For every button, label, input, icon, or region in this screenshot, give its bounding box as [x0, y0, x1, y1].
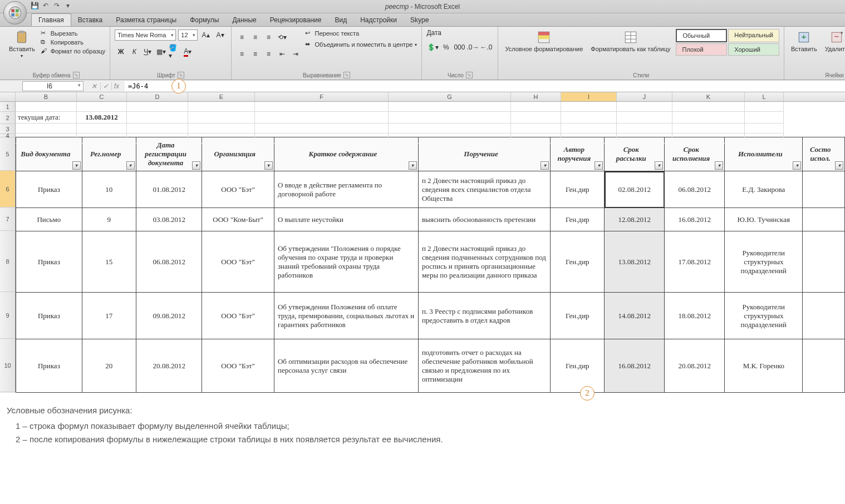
table-cell[interactable]: О выплате неустойки — [274, 208, 418, 231]
table-cell[interactable]: Руководители структурных подразделений — [725, 293, 803, 339]
tab-addins[interactable]: Надстройки — [353, 14, 404, 26]
table-cell[interactable]: выяснить обоснованность претензии — [418, 208, 550, 231]
table-cell[interactable] — [803, 171, 845, 208]
undo-icon[interactable]: ↶ — [41, 1, 50, 10]
tab-review[interactable]: Рецензирование — [263, 14, 328, 26]
table-header-cell[interactable]: Дата регистрации документа▾ — [136, 137, 202, 171]
table-cell[interactable]: 03.08.2012 — [136, 208, 202, 231]
filter-dropdown-icon[interactable]: ▾ — [655, 161, 663, 170]
table-cell[interactable]: 17 — [82, 293, 136, 339]
style-neutral[interactable]: Нейтральный — [728, 29, 779, 42]
table-cell[interactable]: 12.08.2012 — [605, 208, 665, 231]
percent-icon[interactable]: % — [440, 41, 452, 53]
table-cell[interactable]: Ю.Ю. Тучинская — [725, 208, 803, 231]
select-all-corner[interactable] — [0, 92, 16, 101]
table-cell[interactable]: 18.08.2012 — [665, 293, 725, 339]
cell-styles-gallery[interactable]: Обычный Нейтральный Плохой Хороший — [676, 29, 779, 56]
table-cell[interactable]: ООО "Бэт" — [202, 231, 274, 293]
table-cell[interactable]: ООО "Бэт" — [202, 171, 274, 208]
filter-dropdown-icon[interactable]: ▾ — [835, 161, 843, 170]
table-cell[interactable]: 20.08.2012 — [665, 339, 725, 393]
increase-decimal-icon[interactable]: .0→ — [466, 41, 479, 53]
qat-more-icon[interactable]: ▾ — [63, 1, 72, 10]
wrap-text-button[interactable]: ↩Перенос текста — [305, 29, 417, 38]
table-header-cell[interactable]: Исполнители▾ — [725, 137, 803, 171]
worksheet[interactable]: B C D E F G H I J K L 12345678910 текуща… — [0, 92, 845, 393]
indent-increase-icon[interactable]: ⇥ — [289, 48, 302, 60]
row-header[interactable]: 2 — [0, 112, 16, 124]
number-format-combo[interactable]: Дата — [426, 29, 493, 37]
table-cell[interactable]: О вводе в действие регламента по договор… — [274, 171, 418, 208]
table-cell[interactable]: п 2 Довести настоящий приказ до сведения… — [418, 171, 550, 208]
table-cell[interactable] — [803, 293, 845, 339]
format-as-table-button[interactable]: Форматировать как таблицу — [588, 29, 672, 53]
col-header[interactable]: B — [16, 92, 77, 101]
filter-dropdown-icon[interactable]: ▾ — [126, 161, 135, 170]
col-header[interactable]: H — [511, 92, 561, 101]
table-cell[interactable]: Ген.дир — [551, 339, 605, 393]
cut-button[interactable]: ✂Вырезать — [41, 29, 106, 38]
table-cell[interactable]: Приказ — [16, 339, 82, 393]
row-header[interactable]: 9 — [0, 292, 16, 339]
dialog-launcher-icon[interactable]: ↘ — [466, 72, 473, 78]
decrease-decimal-icon[interactable]: ←.0 — [480, 41, 492, 53]
filter-dropdown-icon[interactable]: ▾ — [595, 161, 603, 170]
col-header[interactable]: C — [77, 92, 127, 101]
table-cell[interactable]: п. 3 Реестр с подписями работников предо… — [418, 293, 550, 339]
cancel-entry-icon[interactable]: ✕ — [89, 82, 99, 90]
filter-dropdown-icon[interactable]: ▾ — [715, 161, 723, 170]
table-header-cell[interactable]: Срок рассылки▾ — [605, 137, 665, 171]
table-row[interactable]: Приказ2020.08.2012ООО "Бэт"Об оптимизаци… — [16, 339, 845, 393]
table-cell[interactable]: 9 — [82, 208, 136, 231]
table-header-cell[interactable]: Рег.номер▾ — [82, 137, 136, 171]
table-cell[interactable]: 06.08.2012 — [136, 231, 202, 293]
align-bottom-icon[interactable]: ≡ — [263, 31, 275, 43]
table-header-cell[interactable]: Срок исполнения▾ — [665, 137, 725, 171]
table-cell[interactable]: Приказ — [16, 293, 82, 339]
table-header-cell[interactable]: Организация▾ — [202, 137, 274, 171]
table-cell[interactable] — [803, 208, 845, 231]
underline-button[interactable]: Ч▾ — [141, 46, 154, 58]
currency-icon[interactable]: 💲▾ — [426, 41, 439, 53]
table-cell[interactable]: 16.08.2012 — [665, 208, 725, 231]
row-3[interactable] — [16, 123, 845, 134]
table-cell[interactable]: Об утверждении Положения об оплате труда… — [274, 293, 418, 339]
format-painter-button[interactable]: 🖌Формат по образцу — [41, 47, 106, 56]
table-cell[interactable]: Об утверждении "Положения о порядке обуч… — [274, 231, 418, 293]
row-4[interactable] — [16, 134, 845, 137]
table-cell[interactable]: Письмо — [16, 208, 82, 231]
save-icon[interactable]: 💾 — [30, 1, 39, 10]
table-cell[interactable]: 09.08.2012 — [136, 293, 202, 339]
table-header-cell[interactable]: Состо испол.▾ — [803, 137, 845, 171]
align-center-icon[interactable]: ≡ — [249, 48, 262, 60]
table-cell[interactable]: Об оптимизации расходов на обеспечение п… — [274, 339, 418, 393]
tab-formulas[interactable]: Формулы — [183, 14, 225, 26]
style-bad[interactable]: Плохой — [676, 43, 727, 56]
style-normal[interactable]: Обычный — [676, 29, 727, 42]
table-row[interactable]: Приказ1506.08.2012ООО "Бэт"Об утверждени… — [16, 231, 845, 293]
row-header[interactable]: 1 — [0, 102, 16, 112]
table-cell[interactable]: Приказ — [16, 231, 82, 293]
col-header[interactable]: G — [389, 92, 511, 101]
tab-insert[interactable]: Вставка — [71, 14, 110, 26]
redo-icon[interactable]: ↷ — [52, 1, 61, 10]
table-cell[interactable]: 14.08.2012 — [605, 293, 665, 339]
column-headers[interactable]: B C D E F G H I J K L — [0, 92, 845, 102]
col-header[interactable]: J — [617, 92, 672, 101]
table-header-cell[interactable]: Поручение▾ — [418, 137, 550, 171]
align-right-icon[interactable]: ≡ — [263, 48, 275, 60]
table-cell[interactable] — [803, 339, 845, 393]
data-table[interactable]: Вид документа▾Рег.номер▾Дата регистрации… — [16, 137, 845, 393]
orientation-icon[interactable]: ⟲▾ — [276, 31, 288, 43]
table-cell[interactable]: п 2 Довести настоящий приказ до сведения… — [418, 231, 550, 293]
table-cell[interactable]: 01.08.2012 — [136, 171, 202, 208]
filter-dropdown-icon[interactable]: ▾ — [72, 161, 81, 170]
table-header-cell[interactable]: Краткое содержание▾ — [274, 137, 418, 171]
fill-color-button[interactable]: 🪣▾ — [168, 46, 180, 58]
table-cell[interactable]: 20 — [82, 339, 136, 393]
paste-button[interactable]: Вставить▾ — [7, 29, 37, 60]
accept-entry-icon[interactable]: ✓ — [100, 82, 110, 90]
table-cell[interactable]: Ген.дир — [551, 208, 605, 231]
align-left-icon[interactable]: ≡ — [236, 48, 248, 60]
col-header[interactable]: K — [672, 92, 745, 101]
